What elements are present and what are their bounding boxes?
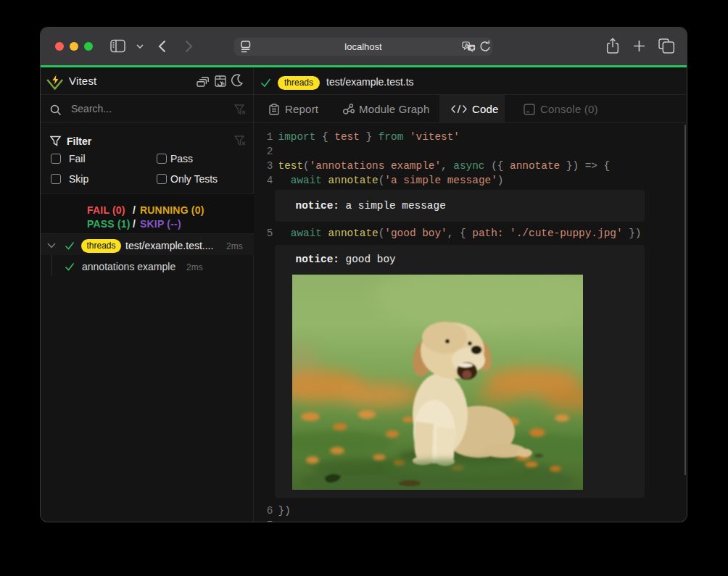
svg-text:★: ★ <box>469 44 475 51</box>
